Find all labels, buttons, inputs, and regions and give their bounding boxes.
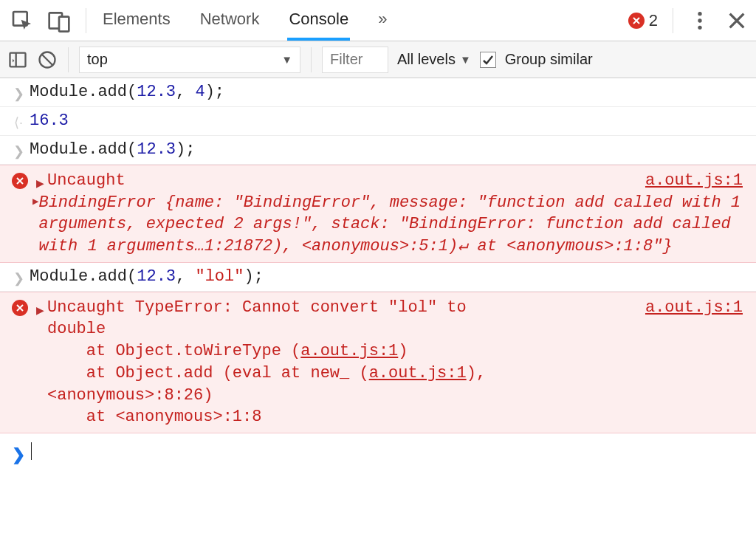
error-count-value: 2 xyxy=(649,11,658,30)
console-result-value: 16.3 xyxy=(30,111,69,130)
error-source-link[interactable]: a.out.js:1 xyxy=(300,342,398,360)
svg-point-5 xyxy=(698,25,701,29)
console-error-text: a.out.js:1 Uncaught ▶ BindingError {name… xyxy=(47,170,749,258)
error-source-link[interactable]: a.out.js:1 xyxy=(645,170,743,192)
console-input-text: Module.add(12.3); xyxy=(30,140,749,159)
console-input-text: Module.add(12.3, "lol"); xyxy=(30,267,749,286)
device-toolbar-icon[interactable] xyxy=(47,9,71,32)
svg-rect-6 xyxy=(10,52,26,66)
close-icon[interactable] xyxy=(725,9,749,32)
separator xyxy=(86,8,86,33)
log-levels-label: All levels xyxy=(397,51,456,68)
error-icon xyxy=(628,13,645,29)
svg-point-3 xyxy=(698,12,701,16)
tab-elements[interactable]: Elements xyxy=(101,0,172,41)
prompt-marker-icon: ❯ xyxy=(12,445,25,464)
error-icon xyxy=(12,300,28,316)
disclosure-triangle-icon[interactable]: ▶ xyxy=(32,192,38,209)
console-result-row: ⟨· 16.3 xyxy=(0,107,756,136)
svg-rect-2 xyxy=(59,16,69,31)
context-selector[interactable]: top ▼ xyxy=(79,47,300,73)
console-input-text: Module.add(12.3, 4); xyxy=(30,83,749,101)
tab-overflow[interactable]: » xyxy=(377,0,388,41)
separator xyxy=(311,47,312,72)
disclosure-triangle-icon[interactable]: ▶ xyxy=(32,170,47,189)
console-error-row: ▶ a.out.js:1 Uncaught ▶ BindingError {na… xyxy=(0,165,756,263)
log-levels-dropdown[interactable]: All levels ▼ xyxy=(397,51,471,68)
panel-tabs: Elements Network Console » xyxy=(101,0,388,41)
console-input-row: ❯ Module.add(12.3, 4); xyxy=(0,78,756,107)
context-label: top xyxy=(87,51,108,68)
tab-network[interactable]: Network xyxy=(199,0,261,41)
devtools-main-toolbar: Elements Network Console » 2 xyxy=(0,0,756,41)
input-marker-icon: ❯ xyxy=(13,86,24,102)
console-error-text: a.out.js:1 Uncaught TypeError: Cannot co… xyxy=(47,297,749,428)
error-icon xyxy=(12,173,28,189)
sidebar-toggle-icon[interactable] xyxy=(7,49,28,70)
console-input-row: ❯ Module.add(12.3, "lol"); xyxy=(0,263,756,292)
output-marker-icon: ⟨· xyxy=(14,114,23,131)
inspect-element-icon[interactable] xyxy=(10,9,34,32)
console-toolbar: top ▼ All levels ▼ Group similar xyxy=(0,41,756,78)
input-marker-icon: ❯ xyxy=(13,270,24,286)
group-similar-label: Group similar xyxy=(505,51,593,68)
error-source-link[interactable]: a.out.js:1 xyxy=(645,297,743,319)
console-log: ❯ Module.add(12.3, 4); ⟨· 16.3 ❯ Module.… xyxy=(0,78,756,469)
console-prompt-input[interactable] xyxy=(30,442,749,461)
tab-console[interactable]: Console xyxy=(287,0,350,41)
separseparator xyxy=(68,47,69,72)
chevron-down-icon: ▼ xyxy=(281,53,292,66)
input-marker-icon: ❯ xyxy=(13,143,24,159)
clear-console-icon[interactable] xyxy=(37,49,58,70)
filter-input[interactable] xyxy=(322,47,388,73)
separator xyxy=(673,8,673,33)
error-source-link[interactable]: a.out.js:1 xyxy=(369,364,467,382)
console-input-row: ❯ Module.add(12.3); xyxy=(0,136,756,165)
disclosure-triangle-icon[interactable]: ▶ xyxy=(32,297,47,316)
group-similar-checkbox[interactable] xyxy=(480,52,496,68)
chevron-down-icon: ▼ xyxy=(460,53,471,66)
console-prompt-row[interactable]: ❯ xyxy=(0,433,756,469)
kebab-menu-icon[interactable] xyxy=(688,9,712,32)
console-error-row: ▶ a.out.js:1 Uncaught TypeError: Cannot … xyxy=(0,292,756,433)
svg-point-4 xyxy=(698,18,701,22)
error-count-badge[interactable]: 2 xyxy=(628,11,658,30)
